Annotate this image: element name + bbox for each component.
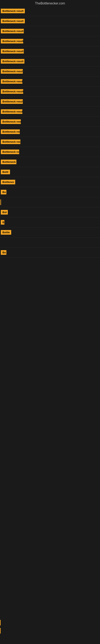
bottleneck-result-badge[interactable]: Bo — [1, 250, 6, 255]
bottleneck-result-badge[interactable]: Bottleneck resu — [1, 140, 20, 144]
list-item: Bottleneck res — [0, 127, 100, 137]
list-item: Bottlenec — [0, 177, 100, 187]
list-item: Bottleneck result — [0, 16, 100, 26]
bottleneck-result-badge[interactable]: Bottleneck result — [1, 49, 24, 54]
bottleneck-result-badge[interactable]: B — [1, 220, 4, 224]
list-item: Bottleneck result — [0, 96, 100, 107]
list-item: Bottleneck result — [0, 107, 100, 117]
list-item — [0, 197, 100, 207]
list-item: Bottleneck result — [0, 76, 100, 86]
bottleneck-result-badge[interactable]: Bo — [1, 190, 6, 194]
bottleneck-result-badge[interactable]: Bottleneck result — [1, 79, 22, 84]
bottleneck-result-badge[interactable]: Bottlenec — [1, 180, 15, 184]
list-item: B — [0, 217, 100, 228]
bottleneck-result-badge[interactable]: Bottleneck — [1, 160, 16, 164]
list-item: Bottleneck result — [0, 86, 100, 96]
list-item: Bottleneck result — [0, 66, 100, 76]
list-item: Bottleneck result — [0, 46, 100, 56]
site-title: TheBottlenecker.com — [0, 0, 100, 6]
bottleneck-result-badge[interactable]: Bottleneck result — [1, 99, 23, 104]
list-item: Bo — [0, 187, 100, 197]
bottleneck-result-badge[interactable]: Bot — [1, 210, 8, 214]
list-item: Bottleneck result — [0, 6, 100, 16]
list-item: Bottleneck resu — [0, 137, 100, 147]
bottleneck-result-badge[interactable]: Bottleneck res — [1, 130, 20, 134]
bottleneck-result-badge[interactable]: Bottleneck result — [1, 29, 24, 34]
list-item: Bottleneck result — [0, 36, 100, 46]
bottleneck-result-badge[interactable]: Bottleneck result — [1, 69, 23, 74]
vertical-bar-indicator — [0, 620, 0, 626]
bottleneck-result-badge[interactable]: Bottleneck result — [1, 39, 23, 44]
list-item: Bo — [0, 248, 100, 258]
list-item: Bottleneck res — [0, 147, 100, 157]
list-item: Bot — [0, 207, 100, 217]
bottleneck-result-badge[interactable]: Bottleneck res — [1, 150, 19, 154]
vertical-bar-indicator — [0, 200, 1, 205]
list-item: Bottleneck resu — [0, 117, 100, 127]
rows-container: Bottleneck resultBottleneck resultBottle… — [0, 6, 100, 258]
bottleneck-result-badge[interactable]: Bottle — [1, 230, 11, 235]
list-item: Bottle — [0, 228, 100, 238]
list-item: Bottl — [0, 167, 100, 177]
list-item: Bottleneck — [0, 157, 100, 167]
bottleneck-result-badge[interactable]: Bottleneck result — [1, 9, 25, 13]
list-item — [0, 238, 100, 248]
bottleneck-result-badge[interactable]: Bottleneck result — [1, 109, 22, 114]
bottleneck-result-badge[interactable]: Bottleneck result — [1, 59, 24, 64]
vertical-bar-indicator — [0, 628, 0, 634]
list-item: Bottleneck result — [0, 56, 100, 66]
bottleneck-result-badge[interactable]: Bottl — [1, 170, 10, 174]
site-header: TheBottlenecker.com — [0, 0, 100, 6]
bottleneck-result-badge[interactable]: Bottleneck resu — [1, 119, 21, 124]
bottleneck-result-badge[interactable]: Bottleneck result — [1, 89, 23, 94]
list-item: Bottleneck result — [0, 26, 100, 36]
bottleneck-result-badge[interactable]: Bottleneck result — [1, 19, 25, 23]
